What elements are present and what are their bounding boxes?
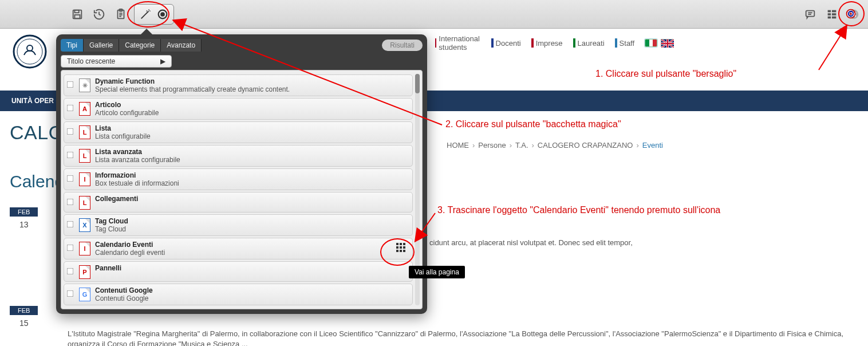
type-icon: ✳ — [79, 78, 90, 92]
insert-flyout: Tipi Gallerie Categorie Avanzato Risulta… — [56, 34, 427, 119]
svg-rect-17 — [832, 10, 836, 12]
svg-rect-2 — [74, 14, 80, 18]
sort-dropdown[interactable]: Titolo crescente ▶ — [61, 55, 172, 68]
flyout-tabs: Tipi Gallerie Categorie Avanzato Risulta… — [61, 39, 423, 52]
nav-item-label: Laureati — [578, 39, 605, 48]
svg-rect-18 — [832, 13, 836, 15]
sort-label: Titolo crescente — [67, 57, 115, 65]
svg-point-10 — [161, 13, 164, 16]
top-toolbar — [0, 0, 868, 29]
svg-point-25 — [850, 13, 851, 14]
svg-rect-14 — [828, 10, 831, 12]
nav-bar-icon — [573, 38, 575, 48]
clipboard-icon[interactable] — [112, 6, 129, 23]
nav-bar-icon — [615, 38, 617, 48]
wand-icon[interactable] — [137, 6, 154, 23]
scrollbar-thumb[interactable] — [415, 74, 420, 93]
row-checkbox[interactable] — [67, 105, 74, 112]
tab-categorie[interactable]: Categorie — [119, 39, 161, 52]
history-icon[interactable] — [90, 6, 108, 23]
row-checkbox-wrap — [66, 101, 77, 113]
wand-button-group — [134, 4, 174, 25]
row-title: Dynamic Function — [95, 77, 408, 85]
chevron-right-icon: ▶ — [160, 57, 165, 65]
save-icon[interactable] — [69, 6, 86, 23]
scrollbar[interactable] — [415, 74, 420, 119]
comment-icon[interactable] — [802, 6, 819, 23]
toolbar-left-group — [69, 4, 174, 25]
nav-bar-icon — [531, 38, 534, 48]
publish-icon[interactable] — [154, 6, 171, 23]
svg-rect-11 — [806, 10, 815, 16]
nav-item[interactable]: Laureati — [573, 34, 605, 52]
nav-item[interactable]: International students — [435, 34, 481, 52]
row-text: ArticoloArticolo configurabile — [95, 101, 408, 117]
svg-rect-16 — [828, 16, 831, 18]
university-logo — [13, 34, 47, 69]
nav-item[interactable]: Docenti — [491, 34, 521, 52]
tab-avanzato[interactable]: Avanzato — [161, 39, 202, 52]
flag-uk-icon[interactable] — [661, 39, 673, 47]
nav-item-label: International students — [439, 34, 480, 52]
svg-rect-30 — [661, 43, 674, 44]
svg-rect-1 — [74, 10, 78, 13]
section-bar-label: UNITÀ OPER — [11, 97, 54, 105]
type-list: ✳Dynamic FunctionSpecial elements that p… — [61, 70, 423, 119]
svg-rect-15 — [828, 13, 831, 15]
row-checkbox[interactable] — [67, 81, 74, 88]
nav-item-label: Docenti — [496, 39, 521, 48]
tab-gallerie[interactable]: Gallerie — [84, 39, 119, 52]
results-pill[interactable]: Risultati — [382, 40, 423, 51]
nav-item-label: Staff — [620, 39, 635, 48]
structure-icon[interactable] — [823, 6, 841, 23]
row-desc: Special elements that programmatically c… — [95, 85, 408, 93]
nav-item[interactable]: Staff — [615, 34, 635, 52]
svg-rect-19 — [832, 16, 836, 18]
target-icon[interactable] — [841, 3, 861, 24]
type-row[interactable]: ✳Dynamic FunctionSpecial elements that p… — [64, 74, 413, 96]
row-checkbox-wrap — [66, 77, 77, 90]
language-flags — [645, 39, 868, 47]
type-icon: A — [79, 102, 90, 116]
row-text: Dynamic FunctionSpecial elements that pr… — [95, 77, 408, 93]
annotation-1: 1. Cliccare sul pulsante "bersaglio" — [595, 69, 736, 79]
type-row[interactable]: AArticoloArticolo configurabile — [64, 98, 413, 119]
nav-bar-icon — [435, 38, 436, 48]
flag-it-icon[interactable] — [645, 39, 657, 47]
svg-line-8 — [141, 11, 149, 18]
nav-item[interactable]: Imprese — [531, 34, 563, 52]
row-desc: Articolo configurabile — [95, 109, 408, 117]
tab-tipi[interactable]: Tipi — [61, 39, 84, 52]
nav-bar-icon — [491, 38, 494, 48]
row-title: Articolo — [95, 101, 408, 109]
nav-item-label: Imprese — [536, 39, 563, 48]
